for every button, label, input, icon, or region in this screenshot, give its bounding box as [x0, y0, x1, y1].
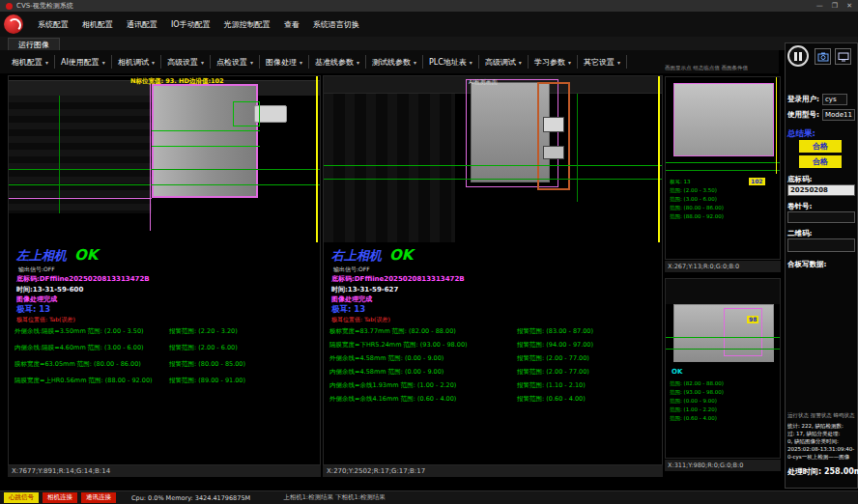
menu-item[interactable]: 光源控制配置 [217, 16, 277, 33]
toolbar-item[interactable]: 测试线参数 [366, 55, 423, 69]
camera-view-right[interactable]: AI检测画面 右上相机 OK 输出信号:OFF 底标码:DFffiine2025… [323, 75, 663, 465]
menu-bar: 系统配置相机配置通讯配置IO手动配置光源控制配置查看系统语言切换 [0, 12, 858, 37]
toolbar-item[interactable]: 相机配置 [6, 55, 55, 69]
measurement-value: 内侧余线=4.58mm 范围: (0.00 - 9.00) [329, 368, 443, 377]
preview-camera-1[interactable]: 102 极耳: 13范围: (2.00 - 3.50)范围: (3.00 - 6… [665, 76, 781, 260]
preview-readout-line: 范围: (0.60 - 4.00) [670, 414, 724, 423]
toolbar-item[interactable]: 学习参数 [529, 55, 578, 69]
maximize-button[interactable]: ❐ [832, 0, 838, 12]
toolbar-item[interactable]: 其它设置 [578, 55, 627, 69]
measurement-list: 外侧余线:隔膜=3.50mm 范围: (2.00 - 3.50) 报警范围: (… [9, 325, 320, 391]
login-label: 登录用户: [787, 95, 819, 104]
orange-roi-frame [537, 82, 570, 190]
toolbar-item[interactable]: 图像处理 [260, 55, 309, 69]
toolbar-item[interactable]: PLC地址表 [423, 55, 479, 69]
alarm-range: 报警范围: (2.00 - 77.00) [517, 368, 589, 377]
machinery-texture [9, 96, 152, 213]
stat-line: 统计: 222, 缺陷检测数: [787, 422, 857, 430]
edge-value-chip: 98 [747, 316, 758, 323]
preview-image [673, 83, 774, 156]
close-button[interactable]: ✕ [846, 0, 852, 12]
yellow-boundary-line [776, 77, 777, 174]
magenta-guide-line [9, 198, 152, 199]
camera-capture-button[interactable] [815, 48, 831, 65]
measurement-value: 外侧余线:隔膜=3.50mm 范围: (2.00 - 3.50) [14, 327, 144, 336]
window-title: CVS-视觉检测系统 [16, 1, 73, 11]
toolbar: 相机配置AI使用配置相机调试高级设置点检设置图像处理基准线参数测试线参数PLC地… [0, 50, 779, 73]
reference-line [324, 179, 662, 180]
toolbar-item[interactable]: 高级调试 [479, 55, 529, 69]
camera-view-left[interactable]: N标位宽值: 93. HD边沿值:102 左上相机 OK 输出信号:OFF 底标… [8, 75, 321, 465]
monitor-display-button[interactable] [835, 48, 851, 65]
edge-line [152, 146, 260, 147]
measurement-row: 隔膜宽度=上HR0.56mm 范围: (88.00 - 92.00) 报警范围:… [9, 375, 320, 391]
menu-item[interactable]: 通讯配置 [120, 16, 164, 33]
toolbar-item[interactable]: 相机调试 [112, 55, 161, 69]
pause-button[interactable] [787, 45, 809, 67]
reference-line [666, 162, 781, 163]
machinery-texture [324, 94, 455, 242]
pause-icon [794, 52, 797, 61]
menu-item[interactable]: 相机配置 [75, 16, 120, 33]
toolbar-item[interactable]: 高级设置 [161, 55, 211, 69]
roll-label: 卷针号: [787, 202, 813, 211]
login-row: 登录用户: cys [787, 94, 847, 105]
pixel-coords-left: X:7677;Y:891;R:14;G:14;B:14 [8, 465, 321, 477]
measurement-value: 外侧余线=余线4.16mm 范围: (0.60 - 4.00) [329, 395, 456, 404]
tab-run-image[interactable]: 运行图像 [8, 38, 60, 51]
menu-item[interactable]: 查看 [277, 16, 306, 33]
roll-field[interactable] [787, 211, 855, 223]
alarm-range: 报警范围: (89.00 - 91.00) [169, 377, 245, 385]
ai-view-label: AI检测画面 [469, 78, 498, 87]
edge-value-chip: 102 [749, 178, 765, 185]
status-badges: 心跳信号相机连接通讯连接 [4, 492, 116, 503]
status-bar: 心跳信号相机连接通讯连接 Cpu: 0.0% Memory: 3424.4179… [0, 490, 858, 504]
login-user-field[interactable]: cys [822, 94, 847, 105]
total-result-label: 总结果: [787, 128, 815, 140]
measurement-value: 极标宽度=83.77mm 范围: (82.00 - 88.00) [329, 327, 456, 336]
minimize-button[interactable]: — [816, 0, 823, 12]
measurement-value: 隔膜宽度=上HR0.56mm 范围: (88.00 - 92.00) [14, 377, 153, 385]
tab-count: 极耳: 13 [331, 304, 365, 316]
write-data-label: 合板写数据: [787, 260, 827, 269]
qr-field[interactable] [787, 238, 855, 252]
monitor-icon [838, 51, 849, 63]
toolbar-item[interactable]: AI使用配置 [55, 55, 112, 69]
camera-name: 右上相机 [331, 247, 382, 265]
alarm-range: 报警范围: (94.00 - 97.00) [517, 341, 593, 350]
camera-right-scene: AI检测画面 [324, 76, 662, 242]
measurement-value: 内侧余线:隔膜=4.60mm 范围: (3.00 - 6.00) [14, 344, 144, 352]
measurement-value: 膜标宽度=63.05mm 范围: (80.00 - 86.00) [14, 360, 141, 369]
edge-line [152, 130, 260, 131]
preview-readout-line: 范围: (82.00 - 88.00) [670, 379, 724, 388]
preview-readout-line: 极耳: 13 [670, 178, 724, 186]
roi-green-frame [233, 101, 260, 126]
preview-status: OK [672, 368, 682, 376]
camera-status: OK [74, 246, 98, 264]
toolbar-item[interactable]: 点检设置 [211, 55, 260, 69]
toolbar-item[interactable]: 基准线参数 [309, 55, 366, 69]
menu-item[interactable]: 系统配置 [31, 16, 75, 33]
model-field[interactable]: Mode11 [822, 109, 855, 121]
status-badge: 心跳信号 [4, 492, 39, 503]
timestamp: 时间:13-31-59-600 [16, 285, 83, 294]
app-window: CVS-视觉检测系统 — ❐ ✕ 系统配置相机配置通讯配置IO手动配置光源控制配… [0, 0, 858, 504]
preview-readout-line: 范围: (88.00 - 92.00) [670, 212, 724, 221]
app-logo-icon [6, 3, 13, 10]
barcode-field[interactable]: 20250208 [787, 184, 855, 196]
menu-items: 系统配置相机配置通讯配置IO手动配置光源控制配置查看系统语言切换 [31, 16, 366, 33]
preview-readout-lines: 极耳: 13范围: (2.00 - 3.50)范围: (3.00 - 6.00)… [670, 178, 724, 221]
magenta-guide-line [150, 84, 151, 231]
menu-item[interactable]: 系统语言切换 [306, 16, 366, 33]
reference-line [9, 184, 320, 185]
alarm-range: 报警范围: (2.00 - 77.00) [517, 354, 589, 363]
preview-camera-2[interactable]: 98 OK 范围: (82.00 - 88.00)范围: (93.00 - 98… [665, 278, 781, 459]
vertical-reference-line [577, 94, 578, 202]
output-signal: 输出信号:OFF [18, 266, 55, 274]
camera-left-scene: N标位宽值: 93. HD边沿值:102 [9, 76, 320, 242]
tab-position: 极耳位置值: Tab(误差) [331, 316, 390, 324]
alarm-range: 报警范围: (2.20 - 3.20) [169, 327, 238, 336]
preview-column-header: 画面显示点 组态临点值 画面条件值 [665, 65, 783, 71]
alarm-range: 报警范围: (2.00 - 6.00) [169, 344, 238, 352]
menu-item[interactable]: IO手动配置 [164, 16, 217, 33]
